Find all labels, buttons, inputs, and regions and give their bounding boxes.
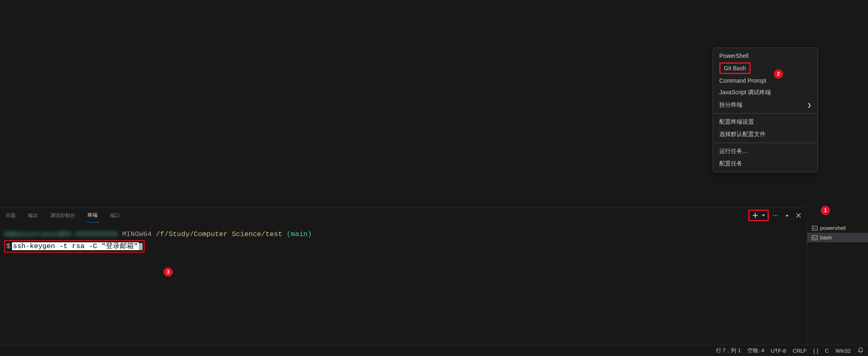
- terminal-command: ssh-keygen -t rsa -C "登录邮箱": [12, 242, 139, 250]
- status-eol[interactable]: CRLF: [793, 348, 807, 354]
- menu-select-default[interactable]: 选择默认配置文件: [713, 128, 818, 141]
- new-terminal-button[interactable]: [750, 210, 760, 220]
- terminal-body[interactable]: Administrator@XX-XXXXXXXXXX MINGW64 /f/S…: [0, 223, 807, 259]
- status-line-col[interactable]: 行 7，列 1: [716, 347, 741, 354]
- panel-actions: ⋯: [748, 210, 804, 221]
- terminal-path: /f/Study/Computer Science/test: [156, 230, 282, 238]
- status-encoding[interactable]: UTF-8: [771, 348, 786, 354]
- panel-more-button[interactable]: ⋯: [770, 210, 780, 220]
- status-notifications-button[interactable]: [857, 347, 864, 355]
- callout-2: 2: [774, 69, 783, 79]
- terminal-mingw: MINGW64: [122, 230, 152, 238]
- status-language[interactable]: C: [825, 348, 829, 354]
- menu-configure-settings[interactable]: 配置终端设置: [713, 116, 818, 128]
- panel-tabs: 问题 输出 调试控制台 终端 端口: [0, 208, 807, 223]
- chevron-up-icon: [784, 212, 790, 219]
- terminal-list-bash[interactable]: bash: [807, 233, 868, 242]
- status-spaces[interactable]: 空格: 4: [747, 347, 764, 354]
- terminal-branch: (main): [287, 230, 312, 238]
- menu-configure-task[interactable]: 配置任务: [713, 158, 818, 170]
- panel-maximize-button[interactable]: [782, 210, 792, 220]
- status-bar: 行 7，列 1 空格: 4 UTF-8 CRLF { } C Win32: [0, 345, 868, 356]
- ellipsis-icon: ⋯: [773, 212, 778, 219]
- new-terminal-dropdown-highlight: [748, 210, 769, 221]
- menu-run-task[interactable]: 运行任务...: [713, 145, 818, 158]
- tab-output[interactable]: 输出: [26, 209, 40, 222]
- panel-close-button[interactable]: [794, 210, 804, 220]
- tab-problems[interactable]: 问题: [4, 209, 17, 222]
- chevron-down-icon: [760, 212, 767, 219]
- menu-split-label: 拆分终端: [719, 101, 742, 109]
- terminal-panel: 问题 输出 调试控制台 终端 端口 ⋯ Administrator@XX-XXX…: [0, 208, 807, 345]
- terminal-list-powershell[interactable]: powershell: [807, 223, 868, 233]
- status-platform[interactable]: Win32: [835, 348, 851, 354]
- terminal-icon: [811, 225, 818, 231]
- terminal-command-highlight: $ssh-keygen -t rsa -C "登录邮箱": [4, 240, 145, 253]
- chevron-right-icon: ❯: [807, 102, 811, 108]
- menu-js-debug[interactable]: JavaScript 调试终端: [713, 86, 818, 99]
- status-braces[interactable]: { }: [813, 348, 818, 354]
- terminal-list-bash-label: bash: [820, 234, 832, 241]
- terminal-user-host: Administrator@XX-XXXXXXXXXX: [4, 230, 118, 238]
- terminal-cursor: [139, 243, 143, 250]
- terminal-icon: [811, 234, 818, 241]
- terminal-prompt: $: [6, 242, 10, 250]
- terminal-list-sidebar: powershell bash: [807, 223, 868, 345]
- menu-separator-2: [713, 143, 818, 143]
- callout-3: 3: [164, 268, 173, 277]
- terminal-line-1: Administrator@XX-XXXXXXXXXX MINGW64 /f/S…: [4, 229, 803, 239]
- menu-git-bash-wrap[interactable]: Git Bash: [713, 62, 818, 75]
- tab-debug-console[interactable]: 调试控制台: [49, 209, 77, 222]
- menu-separator: [713, 113, 818, 114]
- menu-git-bash: Git Bash: [719, 62, 751, 74]
- terminal-list-powershell-label: powershell: [820, 225, 846, 231]
- terminal-dropdown-button[interactable]: [760, 210, 767, 220]
- bell-icon: [857, 347, 864, 354]
- menu-powershell[interactable]: PowerShell: [713, 50, 818, 62]
- callout-1: 1: [821, 206, 830, 215]
- tab-ports[interactable]: 端口: [108, 209, 121, 222]
- close-icon: [795, 212, 802, 219]
- menu-command-prompt[interactable]: Command Prompt: [713, 75, 818, 86]
- plus-icon: [752, 212, 759, 219]
- terminal-line-2: $ssh-keygen -t rsa -C "登录邮箱": [4, 240, 803, 253]
- tab-terminal[interactable]: 终端: [86, 208, 99, 222]
- menu-split-terminal[interactable]: 拆分终端 ❯: [713, 99, 818, 111]
- terminal-profile-menu: PowerShell Git Bash Command Prompt JavaS…: [713, 48, 818, 172]
